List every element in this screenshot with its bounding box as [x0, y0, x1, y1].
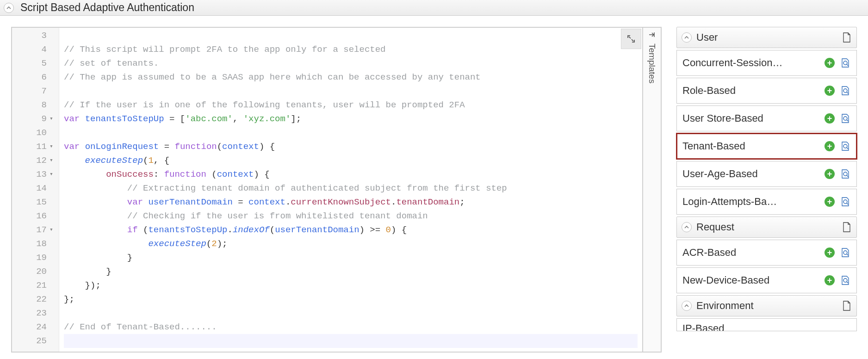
fold-toggle-icon[interactable]: ▾: [50, 140, 55, 154]
code-line[interactable]: [64, 126, 638, 140]
gutter-line: 8: [12, 98, 55, 112]
template-view-button[interactable]: [840, 196, 851, 207]
gutter-line: 22: [12, 292, 55, 306]
code-line[interactable]: // Checking if the user is from whitelis…: [64, 209, 638, 223]
gutter-line: 24: [12, 320, 55, 334]
template-item[interactable]: Role-Based+: [676, 78, 857, 104]
code-line[interactable]: var tenantsToStepUp = ['abc.com', 'xyz.c…: [64, 112, 638, 126]
code-line[interactable]: }: [64, 265, 638, 279]
template-view-button[interactable]: [840, 141, 851, 152]
gutter-line: 15: [12, 195, 55, 209]
gutter-line: 11▾: [12, 140, 55, 154]
gutter-line: 10: [12, 126, 55, 140]
template-add-button[interactable]: +: [824, 275, 835, 286]
code-line[interactable]: // The app is assumed to be a SAAS app h…: [64, 70, 638, 84]
code-line[interactable]: [64, 306, 638, 320]
gutter-line: 21: [12, 279, 55, 292]
template-add-button[interactable]: +: [824, 247, 835, 258]
gutter-line: 12▾: [12, 154, 55, 167]
template-add-button[interactable]: +: [824, 113, 835, 124]
code-line[interactable]: var onLoginRequest = function(context) {: [64, 140, 638, 154]
script-editor[interactable]: 3456789▾1011▾12▾13▾14151617▾181920212223…: [11, 27, 643, 353]
template-add-button[interactable]: +: [824, 57, 835, 68]
code-line[interactable]: // set of tenants.: [64, 56, 638, 70]
gutter-line: 18: [12, 237, 55, 251]
code-area[interactable]: // This script will prompt 2FA to the ap…: [59, 28, 642, 352]
template-name: IP-Based: [682, 322, 851, 331]
templates-label: Templates: [647, 43, 657, 84]
panel-header: Script Based Adaptive Authentication: [0, 0, 868, 16]
plus-icon: +: [825, 86, 835, 96]
code-line[interactable]: [64, 29, 638, 43]
code-line[interactable]: if (tenantsToStepUp.indexOf(userTenantDo…: [64, 223, 638, 237]
template-name: Tenant-Based: [682, 140, 819, 152]
template-name: ACR-Based: [682, 247, 819, 259]
template-add-button[interactable]: +: [824, 168, 835, 180]
template-name: Login-Attempts-Ba…: [682, 196, 819, 208]
template-group-header[interactable]: Environment: [676, 295, 857, 316]
template-add-button[interactable]: +: [824, 85, 835, 96]
code-line[interactable]: // End of Tenant-Based.......: [64, 320, 638, 334]
code-line[interactable]: };: [64, 292, 638, 306]
template-item[interactable]: ACR-Based+: [676, 240, 857, 266]
templates-rail[interactable]: Templates: [643, 27, 662, 353]
gutter-line: 9▾: [12, 112, 55, 126]
template-add-button[interactable]: +: [824, 141, 835, 152]
svg-point-3: [843, 144, 847, 148]
gutter-line: 5: [12, 56, 55, 70]
code-line[interactable]: // If the user is in one of the followin…: [64, 98, 638, 112]
gutter-line: 13▾: [12, 167, 55, 181]
plus-icon: +: [825, 141, 835, 151]
template-view-button[interactable]: [840, 247, 851, 258]
code-line[interactable]: // This script will prompt 2FA to the ap…: [64, 43, 638, 56]
group-collapse-toggle[interactable]: [682, 32, 692, 43]
plus-icon: +: [825, 169, 835, 179]
code-line[interactable]: onSuccess: function (context) {: [64, 167, 638, 181]
code-line[interactable]: [64, 84, 638, 98]
svg-point-6: [843, 251, 847, 254]
svg-point-2: [843, 117, 847, 120]
template-item[interactable]: User Store-Based+: [676, 105, 857, 131]
svg-point-1: [843, 89, 847, 93]
code-line[interactable]: // Extracting tenant domain of authentic…: [64, 181, 638, 195]
template-item[interactable]: Tenant-Based+: [676, 133, 857, 159]
template-group-header[interactable]: User: [676, 27, 857, 48]
fold-toggle-icon[interactable]: ▾: [50, 223, 55, 237]
template-item[interactable]: Login-Attempts-Ba…+: [676, 189, 857, 215]
main-area: 3456789▾1011▾12▾13▾14151617▾181920212223…: [0, 16, 868, 359]
svg-point-4: [843, 172, 847, 176]
fold-toggle-icon[interactable]: ▾: [50, 167, 55, 181]
template-item[interactable]: User-Age-Based+: [676, 161, 857, 187]
gutter-line: 23: [12, 306, 55, 320]
template-view-button[interactable]: [840, 57, 851, 68]
panel-collapse-toggle[interactable]: [4, 3, 14, 13]
code-line[interactable]: [64, 334, 638, 348]
template-group-header[interactable]: Request: [676, 217, 857, 238]
code-line[interactable]: executeStep(1, {: [64, 154, 638, 167]
gutter-line: 25: [12, 334, 55, 348]
svg-point-7: [843, 279, 847, 282]
gutter-line: 14: [12, 181, 55, 195]
template-item[interactable]: IP-Based: [676, 318, 857, 331]
group-collapse-toggle[interactable]: [682, 301, 692, 311]
template-name: User Store-Based: [682, 112, 819, 124]
user-doc-icon: [842, 32, 852, 43]
template-add-button[interactable]: +: [824, 196, 835, 207]
template-view-button[interactable]: [840, 168, 851, 180]
gutter-line: 17▾: [12, 223, 55, 237]
template-view-button[interactable]: [840, 275, 851, 286]
code-line[interactable]: }: [64, 251, 638, 265]
fold-toggle-icon[interactable]: ▾: [50, 112, 55, 126]
svg-point-0: [843, 61, 847, 65]
template-view-button[interactable]: [840, 113, 851, 124]
group-collapse-toggle[interactable]: [682, 222, 692, 232]
code-line[interactable]: executeStep(2);: [64, 237, 638, 251]
template-item[interactable]: New-Device-Based+: [676, 267, 857, 293]
templates-panel: UserConcurrent-Session…+Role-Based+User …: [676, 27, 857, 353]
gutter-line: 20: [12, 265, 55, 279]
template-item[interactable]: Concurrent-Session…+: [676, 50, 857, 76]
template-view-button[interactable]: [840, 85, 851, 96]
code-line[interactable]: var userTenantDomain = context.currentKn…: [64, 195, 638, 209]
fold-toggle-icon[interactable]: ▾: [50, 154, 55, 167]
code-line[interactable]: });: [64, 279, 638, 292]
